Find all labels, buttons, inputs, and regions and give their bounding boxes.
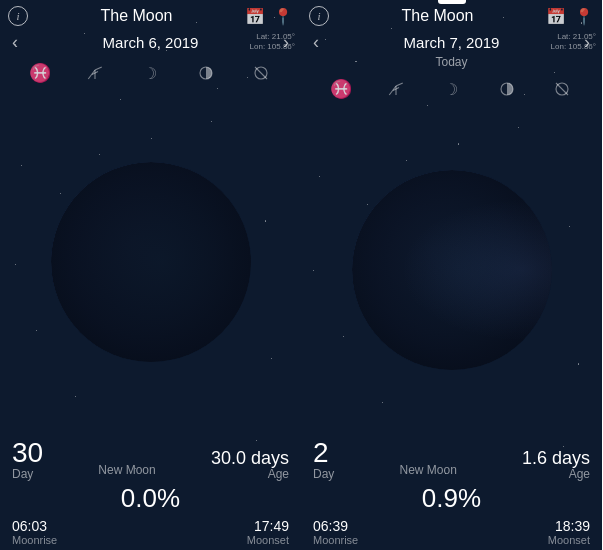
left-moonset-block: 17:49 Moonset [247,518,289,546]
left-day-label: Day [12,467,43,481]
pisces-icon-right[interactable]: ♓ [327,75,355,103]
left-day-block: 30 Day [12,439,43,481]
right-panel: i The Moon 📅 📍 ‹ March 7, 2019 › Lat: 21… [301,0,602,550]
right-times: 06:39 Moonrise 18:39 Moonset [313,518,590,546]
left-bottom-info: 30 Day New Moon 30.0 days Age 0.0% 06:03… [0,433,301,550]
left-title: The Moon [34,7,239,25]
right-day-num: 2 [313,439,334,467]
left-prev-arrow[interactable]: ‹ [8,32,22,53]
right-bottom-info: 2 Day New Moon 1.6 days Age 0.9% 06:39 M… [301,433,602,550]
left-moon-area [0,91,301,433]
left-moonset-label: Moonset [247,534,289,546]
right-nav-wrapper: ‹ March 7, 2019 › Lat: 21.05° Lon: 105.8… [301,30,602,71]
left-moonrise-block: 06:03 Moonrise [12,518,57,546]
right-date: March 7, 2019 [331,34,572,51]
pisces-icon-left[interactable]: ♓ [26,59,54,87]
right-icon-row: ♓ ☽ [301,71,602,107]
right-moonrise-block: 06:39 Moonrise [313,518,358,546]
svg-line-0 [88,70,95,79]
right-day-label: Day [313,467,334,481]
compass-icon-left[interactable] [247,59,275,87]
right-header: i The Moon 📅 📍 [301,0,602,30]
right-prev-arrow[interactable]: ‹ [309,32,323,53]
right-moonrise-label: Moonrise [313,534,358,546]
left-age-block: 30.0 days Age [211,449,289,481]
left-age-num: 30.0 days [211,449,289,467]
left-date: March 6, 2019 [30,34,271,51]
right-moonrise-time: 06:39 [313,518,358,534]
svg-line-8 [396,83,403,86]
right-age-label: Age [522,467,590,481]
left-moon-overlay [51,162,251,362]
right-illumination: 0.9% [313,483,590,514]
right-header-icons: 📅 📍 [546,7,594,26]
telescope-icon-right[interactable] [382,75,410,103]
calendar-icon-left[interactable]: 📅 [245,7,265,26]
today-label: Today [301,55,602,71]
right-moon-area [301,107,602,433]
compass-icon-right[interactable] [548,75,576,103]
location-icon-left[interactable]: 📍 [273,7,293,26]
left-moon [51,162,251,362]
left-age-label: Age [211,467,289,481]
left-moonrise-label: Moonrise [12,534,57,546]
active-panel-indicator [438,0,466,4]
info-icon-left[interactable]: i [8,6,28,26]
right-moonset-block: 18:39 Moonset [548,518,590,546]
crescent-icon-right[interactable]: ☽ [437,75,465,103]
crescent-icon-left[interactable]: ☽ [136,59,164,87]
right-age-num: 1.6 days [522,449,590,467]
right-title: The Moon [335,7,540,25]
left-stats-row: 30 Day New Moon 30.0 days Age [12,439,289,481]
svg-line-1 [95,67,102,70]
left-phase: New Moon [98,463,155,479]
right-nav-row: ‹ March 7, 2019 › Lat: 21.05° Lon: 105.8… [301,30,602,55]
left-panel: i The Moon 📅 📍 ‹ March 6, 2019 › Lat: 21… [0,0,301,550]
left-coords: Lat: 21.05° Lon: 105.86° [250,32,295,53]
calendar-icon-right[interactable]: 📅 [546,7,566,26]
right-stats-row: 2 Day New Moon 1.6 days Age [313,439,590,481]
left-icon-row: ♓ ☽ [0,55,301,91]
left-times: 06:03 Moonrise 17:49 Moonset [12,518,289,546]
right-moon [352,170,552,370]
right-phase: New Moon [399,463,456,479]
right-moonset-time: 18:39 [548,518,590,534]
location-icon-right[interactable]: 📍 [574,7,594,26]
left-day-num: 30 [12,439,43,467]
right-moonset-label: Moonset [548,534,590,546]
left-illumination: 0.0% [12,483,289,514]
right-coords: Lat: 21.05° Lon: 105.86° [551,32,596,53]
left-moonset-time: 17:49 [247,518,289,534]
left-moonrise-time: 06:03 [12,518,57,534]
svg-line-7 [389,86,396,95]
halfmoon-icon-right[interactable] [493,75,521,103]
right-age-block: 1.6 days Age [522,449,590,481]
right-moon-illumination [352,170,552,370]
right-day-block: 2 Day [313,439,334,481]
halfmoon-icon-left[interactable] [192,59,220,87]
left-header-icons: 📅 📍 [245,7,293,26]
info-icon-right[interactable]: i [309,6,329,26]
left-header: i The Moon 📅 📍 [0,0,301,30]
left-nav-row: ‹ March 6, 2019 › Lat: 21.05° Lon: 105.8… [0,30,301,55]
telescope-icon-left[interactable] [81,59,109,87]
